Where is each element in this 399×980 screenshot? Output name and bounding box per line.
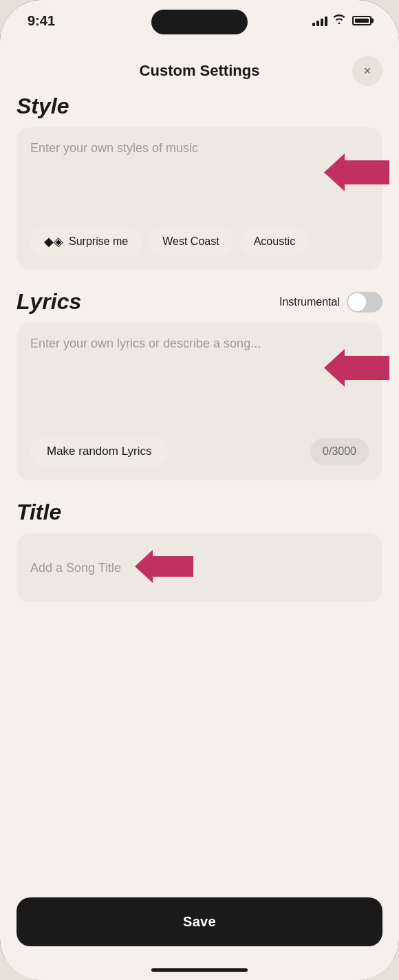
instrumental-row: Instrumental	[279, 292, 382, 312]
acoustic-label: Acoustic	[254, 235, 295, 248]
lyrics-input-placeholder: Enter your own lyrics or describe a song…	[30, 337, 369, 351]
header: Custom Settings ×	[0, 41, 399, 94]
style-section: Style Enter your own styles of music ◆◈ …	[17, 94, 382, 270]
page-title: Custom Settings	[140, 62, 260, 80]
style-tags-row: ◆◈ Surprise me West Coast Acoustic	[30, 227, 369, 256]
title-section-label: Title	[17, 500, 382, 525]
random-lyrics-label: Make random Lyrics	[47, 445, 151, 458]
lyrics-card-wrapper: Enter your own lyrics or describe a song…	[17, 323, 382, 480]
lyrics-textarea-spacer	[30, 356, 369, 425]
west-coast-label: West Coast	[162, 235, 219, 248]
style-textarea-spacer	[30, 161, 369, 216]
battery-icon	[352, 16, 371, 25]
save-button[interactable]: Save	[17, 897, 382, 946]
dice-icon: ◆◈	[44, 234, 63, 249]
style-section-label: Style	[17, 94, 382, 119]
screen-content: Custom Settings × Style Enter your own s…	[0, 41, 399, 980]
svg-marker-1	[324, 349, 389, 387]
main-scroll: Style Enter your own styles of music ◆◈ …	[0, 94, 399, 897]
lyrics-section-label: Lyrics	[17, 289, 81, 315]
surprise-me-label: Surprise me	[69, 235, 128, 248]
char-count-value: 0/3000	[323, 445, 356, 457]
arrow-left-lyrics-icon	[324, 349, 389, 387]
home-indicator	[0, 960, 399, 980]
status-time: 9:41	[28, 13, 55, 29]
signal-icon	[312, 15, 327, 26]
svg-marker-2	[135, 550, 193, 583]
style-input-placeholder: Enter your own styles of music	[30, 141, 369, 156]
random-lyrics-button[interactable]: Make random Lyrics	[30, 436, 168, 467]
title-arrow-indicator	[135, 550, 193, 586]
lyrics-bottom-row: Make random Lyrics 0/3000	[30, 436, 369, 467]
title-input-card: Add a Song Title	[17, 533, 382, 602]
dynamic-island	[151, 10, 248, 34]
close-button[interactable]: ×	[352, 56, 382, 86]
title-section: Title Add a Song Title	[17, 500, 382, 602]
svg-marker-0	[324, 153, 389, 191]
surprise-me-button[interactable]: ◆◈ Surprise me	[30, 227, 142, 256]
style-arrow-indicator	[324, 153, 389, 194]
title-input-placeholder: Add a Song Title	[30, 561, 121, 575]
lyrics-header: Lyrics Instrumental	[17, 289, 382, 315]
lyrics-section: Lyrics Instrumental Ente	[17, 289, 382, 480]
status-icons	[312, 14, 371, 27]
instrumental-toggle[interactable]	[347, 292, 382, 312]
acoustic-button[interactable]: Acoustic	[240, 227, 309, 256]
arrow-left-icon	[324, 153, 389, 191]
style-input-card: Enter your own styles of music ◆◈ Surpri…	[17, 127, 382, 270]
instrumental-label: Instrumental	[279, 296, 340, 308]
arrow-left-title-icon	[135, 550, 193, 583]
phone-frame: 9:41 Custom Settings ×	[0, 0, 399, 980]
char-count-badge: 0/3000	[310, 438, 369, 465]
wifi-icon	[333, 14, 345, 27]
home-bar	[151, 968, 248, 972]
lyrics-arrow-indicator	[324, 349, 389, 390]
close-icon: ×	[364, 64, 371, 78]
lyrics-input-card: Enter your own lyrics or describe a song…	[17, 323, 382, 480]
west-coast-button[interactable]: West Coast	[149, 227, 233, 256]
